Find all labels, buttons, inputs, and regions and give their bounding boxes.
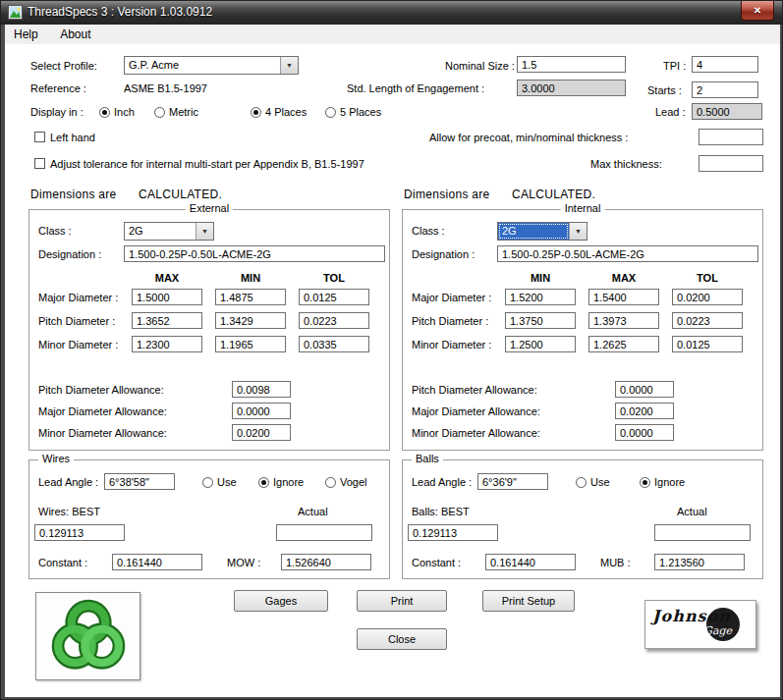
balls-use-radio[interactable]: [576, 477, 587, 488]
close-button[interactable]: ✕: [741, 1, 774, 21]
internal-major-allowance-field[interactable]: [615, 403, 674, 419]
nominal-size-input[interactable]: [517, 56, 626, 73]
external-class-value: 2G: [125, 223, 196, 240]
4-places-radio-label: 4 Places: [265, 106, 307, 118]
internal-col-header-2: MAX: [588, 272, 659, 284]
menu-about[interactable]: About: [51, 25, 99, 44]
app-window: ThreadSpecs 3 : Version 1.03.0912 ✕ Help…: [0, 0, 783, 700]
mow-field[interactable]: [281, 554, 371, 570]
internal-minor-allowance-field[interactable]: [615, 424, 674, 441]
wires-vogel-label: Vogel: [340, 476, 367, 488]
wires-lead-angle-field[interactable]: [104, 473, 175, 490]
starts-input[interactable]: [692, 81, 758, 98]
wires-actual-field[interactable]: [276, 524, 372, 541]
internal-major-tol-field[interactable]: [672, 289, 743, 305]
max-thickness-input[interactable]: [699, 155, 763, 172]
internal-minor-min-field[interactable]: [505, 336, 576, 352]
tpi-input[interactable]: [692, 56, 758, 73]
balls-ignore-label: Ignore: [654, 476, 685, 488]
chevron-down-icon: ▼: [196, 223, 213, 240]
balls-best-label: Balls: BEST: [412, 506, 470, 517]
wires-best-field[interactable]: [34, 524, 125, 541]
external-col-header-3: TOL: [299, 272, 369, 284]
internal-pitch-tol-field[interactable]: [672, 312, 743, 329]
close-dialog-button-label: Close: [388, 633, 416, 645]
external-minor-max-field[interactable]: [132, 336, 202, 352]
internal-minor-diameter-label: Minor Diameter :: [412, 339, 491, 350]
threadspecs-logo-box: [35, 592, 140, 680]
wires-constant-label: Constant :: [38, 557, 87, 568]
dimensions-are-label-internal: Dimensions are: [404, 188, 490, 201]
internal-minor-tol-field[interactable]: [672, 336, 743, 352]
std-length-label: Std. Length of Engagement :: [347, 82, 484, 94]
lead-input: [692, 103, 762, 120]
wires-vogel-radio[interactable]: [325, 477, 336, 488]
gages-button[interactable]: Gages: [234, 590, 328, 612]
external-class-combo[interactable]: 2G ▼: [124, 222, 214, 241]
internal-pitch-min-field[interactable]: [505, 312, 576, 329]
inch-radio[interactable]: [99, 107, 110, 118]
menu-help[interactable]: Help: [5, 25, 47, 44]
5-places-radio-label: 5 Places: [340, 106, 381, 118]
balls-use-label: Use: [590, 476, 610, 488]
internal-minor-max-field[interactable]: [588, 336, 659, 352]
external-major-allowance-label: Major Diameter Allowance:: [38, 405, 167, 417]
metric-radio[interactable]: [154, 107, 165, 118]
internal-designation-label: Designation :: [412, 248, 475, 260]
reference-label: Reference :: [30, 82, 86, 94]
internal-major-max-field[interactable]: [588, 289, 659, 305]
wires-use-radio[interactable]: [202, 477, 213, 488]
print-setup-button[interactable]: Print Setup: [482, 590, 575, 612]
wires-ignore-radio[interactable]: [258, 477, 269, 488]
dimensions-are-label-external: Dimensions are: [30, 188, 117, 201]
external-pitch-min-field[interactable]: [215, 312, 286, 329]
left-hand-checkbox[interactable]: [34, 132, 45, 142]
left-hand-label: Left hand: [50, 132, 95, 143]
external-major-tol-field[interactable]: [299, 289, 369, 305]
titlebar[interactable]: ThreadSpecs 3 : Version 1.03.0912 ✕: [1, 1, 782, 25]
external-minor-min-field[interactable]: [215, 336, 286, 352]
internal-pitch-max-field[interactable]: [588, 312, 659, 329]
wires-actual-label: Actual: [298, 506, 328, 517]
external-pitch-max-field[interactable]: [132, 312, 202, 329]
select-profile-combo[interactable]: G.P. Acme ▼: [124, 56, 299, 75]
balls-actual-field[interactable]: [654, 524, 751, 541]
external-designation-input[interactable]: [124, 245, 385, 262]
wires-constant-field[interactable]: [112, 554, 202, 570]
external-major-max-field[interactable]: [132, 289, 202, 305]
internal-class-label: Class :: [412, 225, 445, 237]
tpi-label: TPI :: [663, 60, 686, 72]
external-minor-tol-field[interactable]: [299, 336, 369, 352]
precoat-input[interactable]: [699, 129, 763, 145]
balls-ignore-radio[interactable]: [640, 477, 650, 488]
internal-major-min-field[interactable]: [505, 289, 576, 305]
external-pitch-tol-field[interactable]: [299, 312, 369, 329]
adjust-tolerance-label: Adjust tolerance for internal multi-star…: [50, 158, 364, 170]
5-places-radio[interactable]: [325, 107, 336, 118]
external-pitch-allowance-label: Pitch Diameter Allowance:: [38, 384, 164, 396]
4-places-radio[interactable]: [251, 107, 261, 118]
select-profile-value: G.P. Acme: [125, 57, 280, 74]
reference-value: ASME B1.5-1997: [124, 82, 207, 94]
external-major-allowance-field[interactable]: [232, 403, 291, 419]
close-dialog-button[interactable]: Close: [357, 628, 447, 650]
print-button[interactable]: Print: [357, 590, 447, 612]
external-pitch-allowance-field[interactable]: [232, 381, 291, 398]
balls-best-field[interactable]: [408, 524, 498, 541]
balls-lead-angle-field[interactable]: [477, 473, 548, 490]
adjust-tolerance-checkbox[interactable]: [34, 158, 45, 169]
precoat-label: Allow for precoat, min/nominal thickness…: [429, 132, 628, 143]
internal-designation-input[interactable]: [497, 245, 758, 262]
mub-field[interactable]: [654, 554, 745, 570]
menubar: Help About: [5, 25, 780, 45]
external-major-min-field[interactable]: [215, 289, 286, 305]
internal-class-combo[interactable]: 2G ▼: [497, 222, 587, 241]
inch-radio-label: Inch: [114, 106, 135, 118]
wires-ignore-label: Ignore: [273, 476, 304, 488]
external-class-label: Class :: [38, 225, 72, 237]
external-minor-allowance-field[interactable]: [232, 424, 291, 441]
select-profile-label: Select Profile:: [30, 60, 97, 72]
internal-pitch-allowance-field[interactable]: [615, 381, 674, 398]
balls-constant-field[interactable]: [485, 554, 576, 570]
internal-minor-allowance-label: Minor Diameter Allowance:: [412, 427, 540, 439]
